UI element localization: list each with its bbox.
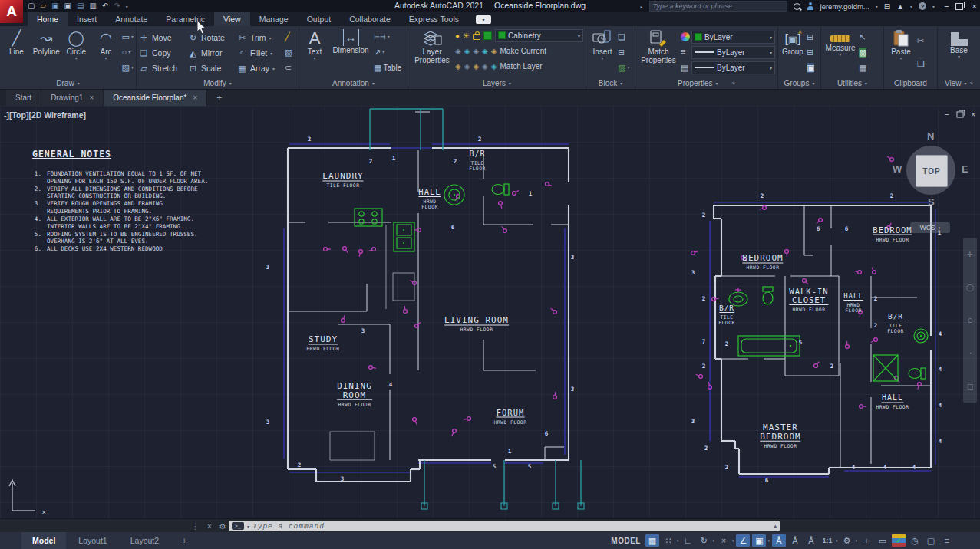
quick-calc-highlight-button[interactable]: ▩ <box>859 48 866 58</box>
line-button[interactable]: ╱ Line <box>2 28 31 77</box>
status-polar-tracking[interactable]: ↻ <box>697 534 711 547</box>
panel-label-utilities[interactable]: Utilities▾ <box>821 77 883 89</box>
ribbon-tab-view[interactable]: View <box>214 12 250 26</box>
model-space-label[interactable]: MODEL <box>611 537 641 545</box>
help-caret-icon[interactable]: ▾ <box>932 4 935 9</box>
viewport-controls[interactable]: -][Top][2D Wireframe] <box>4 110 86 120</box>
match-layer-icon[interactable]: ◈ <box>491 62 497 71</box>
layout-tab-model[interactable]: Model <box>21 532 66 549</box>
erase-button[interactable]: ╱ <box>285 32 292 42</box>
mirror-button[interactable]: ◭Mirror <box>188 45 237 61</box>
rectangle-button[interactable]: ▭▾ <box>122 32 134 42</box>
user-avatar-icon[interactable] <box>807 2 814 10</box>
status-object-snap-caret[interactable]: ▾ <box>767 538 770 543</box>
layer-prev-icon[interactable]: ◈ <box>473 62 479 71</box>
file-tab-oceanside-floorplan-[interactable]: Oceanside Floorplan*× <box>104 90 207 106</box>
create-block-button[interactable]: ❏ <box>618 32 629 42</box>
search-input[interactable]: Type a keyword or phrase <box>649 1 787 12</box>
ungroup-button[interactable]: ⊞ <box>807 32 814 42</box>
workspace-box[interactable]: ▾ <box>476 15 491 24</box>
hatch-button[interactable]: ▨▾ <box>122 63 134 73</box>
trim-button[interactable]: ✂Trim▾ <box>237 30 283 45</box>
color-wheel-icon[interactable] <box>681 32 690 41</box>
status-snap-mode-caret[interactable]: ▾ <box>677 538 679 543</box>
color-dropdown[interactable]: ByLayer▾ <box>691 31 775 44</box>
layer-lock-icon[interactable]: ◈ <box>482 47 488 55</box>
ribbon-tab-manage[interactable]: Manage <box>250 12 298 26</box>
ribbon-tab-insert[interactable]: Insert <box>68 12 106 26</box>
dialog-launcher-icon[interactable]: » <box>732 80 735 87</box>
measure-button[interactable]: Measure ▾ <box>823 28 857 77</box>
status-customization[interactable]: ≡ <box>940 534 954 547</box>
drawing-canvas[interactable]: 2221216333433235516222661322272542244322… <box>0 106 980 518</box>
status-performance-monitor[interactable]: ◷ <box>908 534 922 547</box>
layout-tab-layout1[interactable]: Layout1 <box>68 532 117 549</box>
layer-merge-icon[interactable]: ◈ <box>482 62 488 71</box>
panel-label-draw[interactable]: Draw▾ <box>0 77 136 89</box>
explode-button[interactable]: ▧ <box>285 48 292 58</box>
zoom-icon[interactable]: ◯ <box>966 284 974 291</box>
layer-off-icon[interactable]: ◈ <box>455 47 461 55</box>
help-icon[interactable]: ? <box>919 2 926 10</box>
viewcube-west[interactable]: W <box>893 163 902 175</box>
ellipse-button[interactable]: ○▾ <box>122 48 134 58</box>
linetype-icon[interactable]: ▤ <box>681 63 690 73</box>
doc-minimize-button[interactable]: − <box>945 110 949 119</box>
viewcube[interactable]: TOP N W E S <box>893 129 977 228</box>
file-tab-close-icon[interactable]: × <box>89 94 94 102</box>
minimize-button[interactable]: − <box>944 2 949 11</box>
layout-tab-new[interactable]: + <box>171 532 197 549</box>
doc-restore-button[interactable] <box>957 111 964 117</box>
steering-wheel-icon[interactable]: ◔ <box>968 350 972 357</box>
status-object-snap[interactable]: ▣ <box>752 534 766 547</box>
layer-walk-icon[interactable]: ◈ <box>455 62 461 71</box>
text-button[interactable]: A Text ▾ <box>302 28 328 77</box>
ribbon-tab-output[interactable]: Output <box>298 12 341 26</box>
block-attributes-button[interactable]: ▨▾ <box>618 63 629 73</box>
panel-label-properties[interactable]: Properties▾» <box>635 77 777 89</box>
viewcube-south[interactable]: S <box>928 196 935 208</box>
linetype-dropdown[interactable]: ByLayer▾ <box>691 61 775 74</box>
lineweight-icon[interactable]: ≡ <box>681 47 690 57</box>
panel-label-clipboard[interactable]: Clipboard <box>884 77 937 89</box>
insert-button[interactable]: Insert ▾ <box>589 28 616 77</box>
rotate-button[interactable]: ↻Rotate <box>188 30 237 45</box>
file-tab-close-icon[interactable]: × <box>193 94 197 102</box>
dimension-button[interactable]: ↔ Dimension <box>329 28 372 77</box>
calculator-button[interactable]: ▦ <box>859 63 866 73</box>
lineweight-dropdown[interactable]: ByLayer▾ <box>691 46 775 59</box>
status-ortho-mode[interactable]: ∟ <box>681 534 695 547</box>
viewcube-east[interactable]: E <box>962 163 968 175</box>
panel-label-groups[interactable]: Groups▾ <box>778 77 820 89</box>
status-annotation-scale[interactable]: 1:1 <box>820 534 834 547</box>
signed-in-user[interactable]: jeremy.goldm... <box>820 2 869 11</box>
layer-properties-button[interactable]: Layer Properties <box>411 28 454 77</box>
restore-button[interactable] <box>955 3 963 10</box>
layer-unlock-icon[interactable] <box>473 34 480 40</box>
panel-label-block[interactable]: Block▾ <box>586 77 635 89</box>
layout-tab-layout2[interactable]: Layout2 <box>120 532 170 549</box>
autocad-logo-icon[interactable]: A <box>0 0 23 23</box>
search-icon[interactable] <box>794 3 800 10</box>
layer-dropdown[interactable]: Cabinetry ▾ <box>495 29 583 42</box>
file-tab-start[interactable]: Start <box>6 90 41 106</box>
command-input[interactable]: >_ ▾ Type a command ▴ <box>229 521 780 531</box>
user-caret-icon[interactable]: ▾ <box>876 4 878 9</box>
command-tools-icon[interactable]: ⚙ <box>219 522 226 531</box>
layer-thaw-icon[interactable]: ☀ <box>463 31 470 40</box>
navigation-bar[interactable]: ✛ ◯ ⊙ ◔ ▢ <box>963 238 977 403</box>
app-store-icon[interactable]: ⊟ <box>884 2 890 11</box>
status-snap-mode[interactable]: ∷ <box>662 534 675 547</box>
autodesk-mark-icon[interactable]: ▲ <box>896 2 904 11</box>
ribbon-tab-collaborate[interactable]: Collaborate <box>340 12 400 26</box>
status-annotation-visibility[interactable]: Å <box>772 534 786 547</box>
file-tab--[interactable]: + <box>207 90 231 106</box>
status-annotation-scale-flag[interactable]: Å <box>804 534 818 547</box>
status-workspace-switching-caret[interactable]: ▾ <box>855 538 857 543</box>
status-graphics-performance[interactable]: ✓ <box>892 534 906 547</box>
quick-select-button[interactable]: ↖ <box>859 32 866 42</box>
status-quick-properties[interactable]: ▭ <box>876 534 889 547</box>
close-button[interactable]: × <box>972 2 977 11</box>
move-button[interactable]: ✛Move <box>139 30 188 45</box>
base-button[interactable]: Base ▾ <box>944 28 975 77</box>
